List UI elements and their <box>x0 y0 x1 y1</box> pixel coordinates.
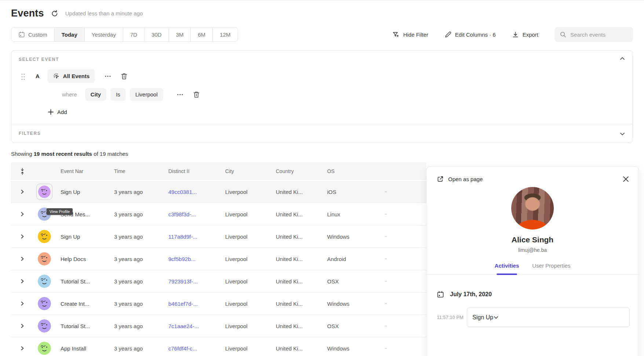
all-events-chip[interactable]: All Events <box>47 69 95 83</box>
profile-panel: Open as page Alice Singh limuj@he.ba Act… <box>426 166 639 356</box>
avatar[interactable] <box>38 319 51 333</box>
col-distinct-id[interactable]: Distinct II <box>167 168 223 174</box>
ellipsis-icon[interactable] <box>380 191 387 192</box>
export-button[interactable]: Export <box>512 31 538 38</box>
trash-icon[interactable] <box>193 91 200 98</box>
col-event-name[interactable]: Event Nar <box>59 168 112 174</box>
chevron-right-icon[interactable] <box>20 346 25 351</box>
avatar[interactable] <box>38 275 51 288</box>
time-cell: 3 years ago <box>112 278 167 285</box>
add-event-button[interactable]: Add <box>48 109 67 115</box>
distinct-id-link[interactable]: 7923913f-... <box>167 278 223 285</box>
collapse-rows-icon[interactable] <box>20 168 25 175</box>
event-name-cell: Create Int... <box>59 301 112 307</box>
search-input[interactable] <box>570 32 628 38</box>
date-range-tabs: CustomTodayYesterday7D30D3M6M12M <box>11 27 238 42</box>
ellipsis-icon[interactable] <box>380 236 387 237</box>
table-row[interactable]: App Install3 years agoc76fdf4f-c...Liver… <box>11 337 426 356</box>
refresh-icon[interactable] <box>51 10 59 18</box>
avatar[interactable] <box>36 184 52 200</box>
profile-name: Alice Singh <box>427 235 638 244</box>
chevron-up-icon[interactable] <box>619 56 625 62</box>
table-row[interactable]: Sign Up3 years ago117a8d9f-...LiverpoolU… <box>11 225 426 248</box>
chevron-right-icon[interactable] <box>20 324 25 328</box>
open-as-page-button[interactable]: Open as page <box>437 176 483 183</box>
city-cell: Liverpool <box>223 189 274 195</box>
distinct-id-link[interactable]: 9cf5b92b... <box>167 256 223 262</box>
chevron-right-icon[interactable] <box>20 190 25 194</box>
date-tab-custom[interactable]: Custom <box>11 27 55 41</box>
col-city[interactable]: City <box>223 168 274 174</box>
date-tab-3m[interactable]: 3M <box>169 27 191 41</box>
date-tab-6m[interactable]: 6M <box>191 27 213 41</box>
table-row[interactable]: Help Docs3 years ago9cf5b92b...Liverpool… <box>11 248 426 270</box>
ellipsis-icon[interactable] <box>380 214 387 214</box>
date-tab-today[interactable]: Today <box>55 27 85 41</box>
chevron-down-icon[interactable] <box>619 131 625 137</box>
activity-event-label: Sign Up <box>472 314 493 321</box>
plus-icon <box>48 109 54 115</box>
os-cell: Android <box>325 256 380 262</box>
col-time[interactable]: Time <box>112 168 167 174</box>
distinct-id-link[interactable]: b461ef7d-... <box>167 301 223 307</box>
ellipsis-icon[interactable] <box>380 281 387 282</box>
table-row[interactable]: Create Int...3 years agob461ef7d-...Live… <box>11 293 426 315</box>
date-tab-30d[interactable]: 30D <box>144 27 169 41</box>
chevron-right-icon[interactable] <box>20 279 25 283</box>
event-name-cell: Sign Up <box>59 189 112 195</box>
chevron-right-icon[interactable] <box>20 234 25 239</box>
ellipsis-icon[interactable] <box>177 93 183 96</box>
avatar[interactable] <box>38 230 51 243</box>
ellipsis-icon[interactable] <box>380 348 387 349</box>
results-summary: Showing 19 most recent results of 19 mat… <box>0 143 644 157</box>
filter-value-chip[interactable]: Liverpool <box>130 88 163 101</box>
country-cell: United Ki... <box>274 234 325 240</box>
avatar[interactable] <box>38 297 51 310</box>
where-label: where <box>62 91 77 98</box>
ellipsis-icon[interactable] <box>380 258 387 259</box>
hide-filter-button[interactable]: Hide Filter <box>392 31 428 38</box>
activity-event-select[interactable]: Sign Up <box>467 308 630 327</box>
cursor-sparkle-icon <box>53 73 60 80</box>
date-tab-7d[interactable]: 7D <box>123 27 144 41</box>
chevron-right-icon[interactable] <box>20 212 25 216</box>
distinct-id-link[interactable]: 7c1aae24-... <box>167 323 223 329</box>
city-cell: Liverpool <box>223 256 274 262</box>
distinct-id-link[interactable]: 117a8d9f-... <box>167 234 223 240</box>
date-tab-yesterday[interactable]: Yesterday <box>85 27 123 41</box>
chevron-right-icon[interactable] <box>20 257 25 261</box>
distinct-id-link[interactable]: 49cc0381... <box>167 189 223 195</box>
country-cell: United Ki... <box>274 301 325 307</box>
distinct-id-link[interactable]: c3f98f3d-... <box>167 211 223 217</box>
close-icon[interactable] <box>623 176 629 182</box>
distinct-id-link[interactable]: c76fdf4f-c... <box>167 345 223 352</box>
table-row[interactable]: Tutorial St...3 years ago7c1aae24-...Liv… <box>11 315 426 337</box>
avatar[interactable] <box>38 252 51 265</box>
event-name-cell: Tutorial St... <box>59 278 112 285</box>
col-country[interactable]: Country <box>274 168 325 174</box>
chevron-right-icon[interactable] <box>20 301 25 306</box>
tab-user-properties[interactable]: User Properties <box>532 263 570 274</box>
filter-property-chip[interactable]: City <box>85 88 106 101</box>
activity-row: 11:57:10 PM Sign Up <box>427 308 638 327</box>
table-row[interactable]: Sign Up3 years ago49cc0381...LiverpoolUn… <box>11 181 426 203</box>
ellipsis-icon[interactable] <box>380 303 387 304</box>
trash-icon[interactable] <box>121 73 128 80</box>
edit-columns-button[interactable]: Edit Columns · 6 <box>444 31 496 38</box>
filters-section[interactable]: FILTERS <box>11 124 633 143</box>
country-cell: United Ki... <box>274 189 325 195</box>
avatar[interactable] <box>38 342 51 355</box>
ellipsis-icon[interactable] <box>105 75 111 77</box>
edit-columns-label: Edit Columns · 6 <box>455 32 496 38</box>
ellipsis-icon[interactable] <box>380 326 387 326</box>
drag-handle-icon[interactable] <box>21 73 26 80</box>
table-row[interactable]: Tutorial St...3 years ago7923913f-...Liv… <box>11 270 426 293</box>
filter-operator-chip[interactable]: Is <box>110 88 126 101</box>
date-tab-12m[interactable]: 12M <box>213 27 237 41</box>
os-cell: Windows <box>325 234 380 240</box>
col-os[interactable]: OS <box>325 168 380 174</box>
search-events-box[interactable] <box>555 27 633 42</box>
table-row[interactable]: Send Mes...3 years agoc3f98f3d-...Liverp… <box>11 203 426 225</box>
city-cell: Liverpool <box>223 345 274 352</box>
tab-activities[interactable]: Activities <box>495 263 519 274</box>
